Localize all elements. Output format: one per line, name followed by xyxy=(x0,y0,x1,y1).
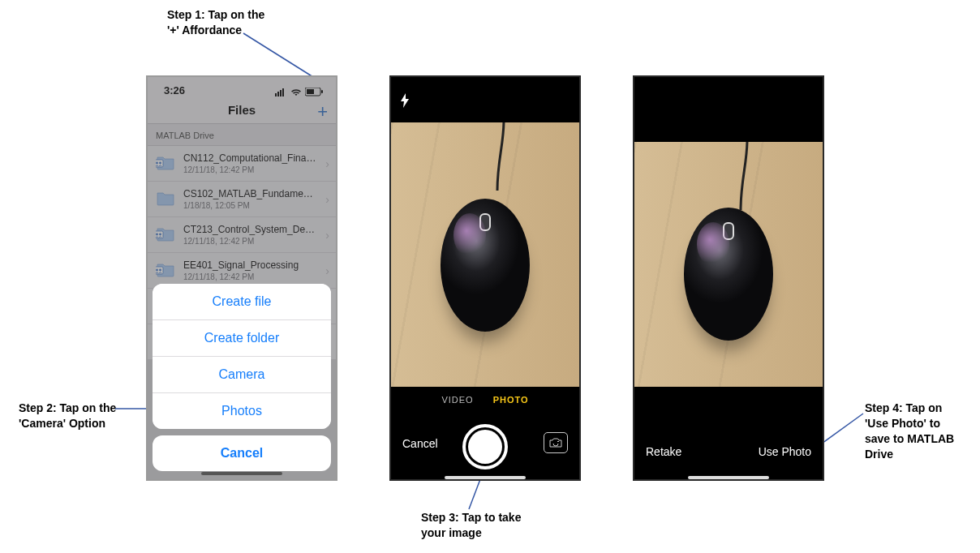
file-name: EE401_Signal_Processing xyxy=(183,259,317,271)
file-row[interactable]: CT213_Control_System_Design12/11/18, 12:… xyxy=(148,217,336,253)
nav-title: Files xyxy=(228,103,256,117)
shutter-button[interactable] xyxy=(462,424,508,469)
battery-icon xyxy=(305,88,323,96)
svg-rect-4 xyxy=(275,93,277,96)
camera-cancel-button[interactable]: Cancel xyxy=(402,437,438,450)
folder-icon xyxy=(156,154,175,174)
mode-video[interactable]: VIDEO xyxy=(441,395,473,405)
phone-camera-screen: VIDEO PHOTO Cancel xyxy=(389,75,581,481)
home-indicator xyxy=(201,472,282,475)
chevron-right-icon: › xyxy=(325,229,329,242)
action-create-file[interactable]: Create file xyxy=(153,284,331,320)
add-button[interactable]: + xyxy=(317,101,328,122)
camera-bottom-bar: VIDEO PHOTO Cancel xyxy=(391,387,579,481)
flip-camera-button[interactable] xyxy=(544,432,568,453)
svg-point-12 xyxy=(156,161,158,164)
mouse-cable xyxy=(492,122,535,192)
step2-label: Step 2: Tap on the 'Camera' Option xyxy=(19,401,116,431)
nav-bar: Files + xyxy=(148,98,336,124)
file-name: CT213_Control_System_Design xyxy=(183,224,317,235)
file-date: 12/11/18, 12:42 PM xyxy=(183,237,317,246)
svg-point-19 xyxy=(159,268,161,271)
svg-point-16 xyxy=(159,233,161,235)
step3-label: Step 3: Tap to take your image xyxy=(421,510,521,541)
svg-point-13 xyxy=(159,161,161,164)
status-time: 3:26 xyxy=(164,84,185,96)
file-row[interactable]: CS102_MATLAB_Fundamentals1/18/18, 12:05 … xyxy=(148,182,336,217)
status-indicators xyxy=(275,88,323,96)
retake-button[interactable]: Retake xyxy=(646,445,681,458)
svg-rect-5 xyxy=(277,92,279,96)
flash-icon[interactable] xyxy=(399,93,410,111)
use-photo-button[interactable]: Use Photo xyxy=(759,445,811,458)
file-date: 12/11/18, 12:42 PM xyxy=(183,165,317,174)
wifi-icon xyxy=(290,88,302,96)
folder-icon xyxy=(156,261,175,281)
file-date: 12/11/18, 12:42 PM xyxy=(183,272,317,281)
camera-viewport xyxy=(391,122,579,387)
action-camera[interactable]: Camera xyxy=(153,357,331,393)
svg-point-18 xyxy=(156,268,158,271)
svg-rect-6 xyxy=(280,90,282,96)
step4-label: Step 4: Tap on 'Use Photo' to save to MA… xyxy=(865,401,954,462)
file-row[interactable]: CN112_Computational_Finance12/11/18, 12:… xyxy=(148,146,336,182)
file-name: CS102_MATLAB_Fundamentals xyxy=(183,188,317,199)
step1-label: Step 1: Tap on the '+' Affordance xyxy=(167,7,264,38)
file-date: 1/18/18, 12:05 PM xyxy=(183,201,317,210)
mode-photo[interactable]: PHOTO xyxy=(493,395,529,405)
action-photos[interactable]: Photos xyxy=(153,393,331,429)
review-top-bar xyxy=(634,77,823,142)
section-header: MATLAB Drive xyxy=(148,124,336,146)
svg-rect-10 xyxy=(321,90,323,93)
review-bottom-bar: Retake Use Photo xyxy=(634,387,823,481)
home-indicator xyxy=(445,476,526,479)
action-cancel[interactable]: Cancel xyxy=(153,435,331,471)
svg-point-15 xyxy=(156,233,158,235)
mouse-photo-subject xyxy=(441,199,530,332)
home-indicator xyxy=(688,476,769,479)
status-bar: 3:26 xyxy=(148,77,336,98)
chevron-right-icon: › xyxy=(325,193,329,206)
folder-icon xyxy=(156,190,175,209)
camera-top-bar xyxy=(391,77,579,122)
cellular-icon xyxy=(275,88,287,96)
chevron-right-icon: › xyxy=(325,264,329,277)
phone-review-screen: Retake Use Photo xyxy=(633,75,824,481)
mouse-photo-subject xyxy=(684,208,773,341)
chevron-right-icon: › xyxy=(325,157,329,170)
folder-icon xyxy=(156,225,175,245)
action-sheet: Create file Create folder Camera Photos … xyxy=(153,284,331,471)
review-viewport xyxy=(634,142,823,387)
action-create-folder[interactable]: Create folder xyxy=(153,320,331,357)
mouse-cable xyxy=(736,142,778,212)
svg-rect-7 xyxy=(282,88,284,96)
svg-rect-9 xyxy=(307,89,314,94)
phone-files-screen: 3:26 Files + MATLAB Drive CN112_Computat… xyxy=(146,75,337,481)
file-name: CN112_Computational_Finance xyxy=(183,152,317,164)
